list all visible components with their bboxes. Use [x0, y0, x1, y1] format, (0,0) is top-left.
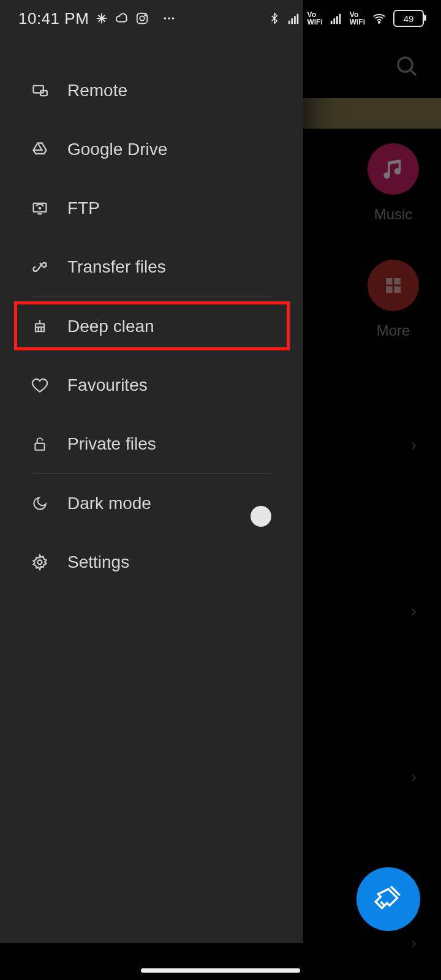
drawer-item-private-files[interactable]: Private files	[0, 415, 303, 473]
drawer-item-label: Settings	[67, 552, 129, 572]
svg-rect-21	[34, 86, 43, 93]
gear-icon	[31, 554, 49, 571]
battery-indicator: 49	[393, 10, 424, 27]
svg-rect-29	[35, 443, 44, 450]
slack-icon	[95, 12, 108, 25]
broom-icon	[373, 883, 404, 916]
moon-icon	[31, 496, 49, 511]
svg-point-4	[168, 17, 170, 20]
ftp-icon	[31, 200, 49, 217]
signal-icon-2	[329, 12, 344, 25]
status-time: 10:41 PM	[18, 9, 89, 28]
svg-point-24	[39, 208, 40, 209]
infinity-icon	[31, 258, 49, 276]
drawer-item-deep-clean[interactable]: Deep clean	[0, 297, 303, 356]
navigation-drawer: Remote Google Drive FTP Transfer files	[0, 0, 303, 943]
svg-point-1	[140, 16, 145, 20]
svg-rect-13	[339, 14, 341, 24]
drawer-item-label: Private files	[67, 434, 156, 454]
lock-icon	[31, 435, 49, 453]
drawer-item-favourites[interactable]: Favourites	[0, 356, 303, 415]
broom-icon	[31, 318, 49, 335]
status-bar: 10:41 PM VoWiFi VoWiFi 49	[0, 0, 441, 37]
drawer-item-remote[interactable]: Remote	[0, 61, 303, 120]
drive-icon	[31, 141, 49, 158]
svg-rect-26	[36, 323, 44, 327]
svg-rect-12	[336, 16, 338, 24]
svg-point-3	[164, 17, 167, 20]
svg-rect-10	[331, 21, 333, 24]
vowifi-indicator: VoWiFi	[307, 11, 323, 26]
bluetooth-icon	[268, 10, 281, 26]
drawer-item-label: Favourites	[67, 375, 148, 395]
svg-point-5	[172, 17, 175, 20]
drawer-item-label: Deep clean	[67, 317, 154, 336]
svg-rect-11	[333, 18, 335, 24]
svg-point-14	[379, 21, 380, 23]
signal-icon	[287, 12, 301, 25]
svg-point-2	[145, 15, 146, 16]
drawer-item-label: FTP	[67, 198, 100, 218]
clean-fab[interactable]	[356, 867, 420, 931]
svg-rect-7	[291, 18, 293, 24]
drawer-item-label: Remote	[67, 81, 127, 100]
remote-icon	[31, 82, 49, 99]
drawer-item-dark-mode[interactable]: Dark mode	[0, 474, 303, 533]
heart-icon	[31, 377, 49, 394]
svg-rect-8	[294, 16, 296, 24]
drawer-item-google-drive[interactable]: Google Drive	[0, 120, 303, 179]
svg-point-30	[38, 560, 42, 565]
drawer-item-settings[interactable]: Settings	[0, 533, 303, 592]
wifi-icon	[371, 12, 387, 25]
drawer-item-label: Transfer files	[67, 257, 166, 277]
cloud-icon	[115, 12, 129, 25]
vowifi-indicator-2: VoWiFi	[350, 11, 365, 26]
drawer-item-transfer[interactable]: Transfer files	[0, 238, 303, 296]
drawer-item-label: Google Drive	[67, 140, 167, 159]
more-dots-icon	[161, 12, 177, 25]
instagram-icon	[135, 12, 149, 25]
drawer-item-label: Dark mode	[67, 494, 151, 513]
svg-rect-6	[288, 21, 290, 24]
svg-rect-9	[296, 14, 298, 24]
drawer-item-ftp[interactable]: FTP	[0, 179, 303, 238]
battery-level: 49	[404, 13, 414, 24]
home-indicator	[141, 968, 300, 973]
